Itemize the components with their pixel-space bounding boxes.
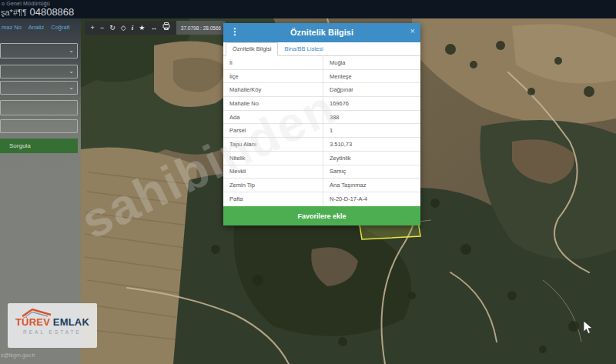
add-to-favorites-button[interactable]: Favorilere ekle	[223, 206, 420, 225]
table-row: Pafta N-20-D-17-A-4	[223, 192, 420, 206]
chevron-down-icon: ⌄	[69, 84, 74, 91]
print-icon[interactable]	[162, 21, 170, 35]
neighborhood-select[interactable]: ⌄	[0, 81, 78, 95]
table-row: Mahalle/Köy Dağpınar	[223, 83, 420, 97]
attribute-label: Parsel	[223, 124, 323, 137]
attribute-value: Ana Taşınmaz	[323, 182, 420, 189]
table-row: Tapu Alanı 3.510,73	[223, 138, 420, 152]
table-row: İlçe Menteşe	[223, 70, 420, 84]
info-icon[interactable]: i	[132, 21, 134, 35]
dialog-header: ⋮ Öznitelik Bilgisi ×	[223, 23, 420, 42]
logo-word-emlak: EMLAK	[53, 316, 89, 328]
attribute-label: Pafta	[223, 192, 323, 206]
attribute-label: Ada	[223, 111, 323, 124]
zoom-in-icon[interactable]: +	[91, 21, 95, 35]
chevron-down-icon: ⌄	[69, 47, 74, 54]
attribute-label: İlçe	[223, 70, 323, 83]
logo-subtitle: REAL ESTATE	[8, 329, 97, 335]
coordinates-value: 37.0798 : 28.0566	[181, 25, 221, 31]
attribute-value: Muğla	[323, 59, 420, 66]
ada-input[interactable]	[0, 100, 78, 115]
map-toolbar: + − ↻ ◇ i ★ ↔	[85, 21, 176, 35]
organization-title: o Genel Müdürlüğü	[2, 1, 50, 6]
attribute-label: İl	[223, 56, 323, 69]
app-window: o Genel Müdürlüğü şa*#¶¶ 04808868 maz No…	[0, 0, 616, 364]
province-select[interactable]: ⌄	[0, 43, 78, 58]
sorgula-button[interactable]: Sorgula	[0, 139, 78, 153]
attribute-value: Menteşe	[323, 73, 420, 80]
attribute-label: Mahalle/Köy	[223, 83, 323, 96]
district-select[interactable]: ⌄	[0, 65, 78, 78]
attribute-value: 169676	[323, 100, 420, 107]
attribute-label: Nitelik	[223, 152, 323, 165]
table-row: Mevkii Samıç	[223, 165, 420, 179]
dialog-tabbar: Öznitelik Bilgisi Bina/BB Listesi	[223, 42, 420, 56]
table-row: Parsel 1	[223, 124, 420, 138]
zoom-out-icon[interactable]: −	[100, 21, 104, 35]
phone-number: 04808868	[29, 6, 74, 18]
attribute-value: 1	[323, 127, 420, 134]
parsel-input[interactable]	[0, 119, 78, 133]
chevron-down-icon: ⌄	[69, 68, 74, 75]
tab-oznitelik-bilgisi[interactable]: Öznitelik Bilgisi	[226, 42, 278, 56]
tab-tasinmaz-no[interactable]: maz No	[2, 24, 22, 31]
logo-word-turev: TÜREV	[15, 316, 50, 328]
attribute-value: 388	[323, 114, 420, 121]
table-row: Nitelik Zeytinlik	[223, 152, 420, 165]
attribute-value: Dağpınar	[323, 86, 420, 93]
refresh-icon[interactable]: ↻	[109, 21, 116, 35]
logo-wordmark: TÜREV EMLAK	[8, 316, 97, 328]
agency-logo: TÜREV EMLAK REAL ESTATE	[8, 303, 97, 348]
tab-cografi[interactable]: Coğrafi	[51, 24, 69, 31]
table-row: Ada 388	[223, 111, 420, 125]
contact-email: s@tkgm.gov.tr	[1, 352, 35, 358]
attribute-label: Zemin Tip	[223, 179, 323, 192]
attribute-label: Tapu Alanı	[223, 138, 323, 151]
attribute-value: Zeytinlik	[323, 155, 420, 162]
close-icon[interactable]: ×	[410, 26, 415, 35]
menu-dots-icon[interactable]: ⋮	[230, 26, 239, 37]
tab-bina-bb-listesi[interactable]: Bina/BB Listesi	[278, 43, 329, 55]
measure-icon[interactable]: ↔	[150, 21, 157, 35]
app-header: o Genel Müdürlüğü şa*#¶¶ 04808868	[0, 0, 616, 18]
attribute-value: Samıç	[323, 168, 420, 175]
pan-icon[interactable]: ◇	[121, 21, 126, 35]
phone-line: şa*#¶¶ 04808868	[1, 6, 74, 18]
dialog-title: Öznitelik Bilgisi	[223, 23, 420, 42]
favorites-icon[interactable]: ★	[139, 21, 145, 35]
sidebar-tabs: maz No Analiz Coğrafi	[2, 24, 79, 31]
coordinate-display: 37.0798 : 28.0566	[176, 21, 226, 35]
attribute-table: İl Muğla İlçe Menteşe Mahalle/Köy Dağpın…	[223, 56, 420, 206]
table-row: Mahalle No 169676	[223, 97, 420, 111]
table-row: İl Muğla	[223, 56, 420, 70]
tab-analiz[interactable]: Analiz	[28, 24, 44, 31]
attribute-dialog: ⋮ Öznitelik Bilgisi × Öznitelik Bilgisi …	[223, 23, 420, 225]
attribute-value: 3.510,73	[323, 141, 420, 148]
attribute-value: N-20-D-17-A-4	[323, 195, 420, 202]
attribute-label: Mevkii	[223, 165, 323, 179]
attribute-label: Mahalle No	[223, 97, 323, 110]
obscured-text: şa*#¶¶	[1, 8, 27, 17]
table-row: Zemin Tip Ana Taşınmaz	[223, 179, 420, 192]
